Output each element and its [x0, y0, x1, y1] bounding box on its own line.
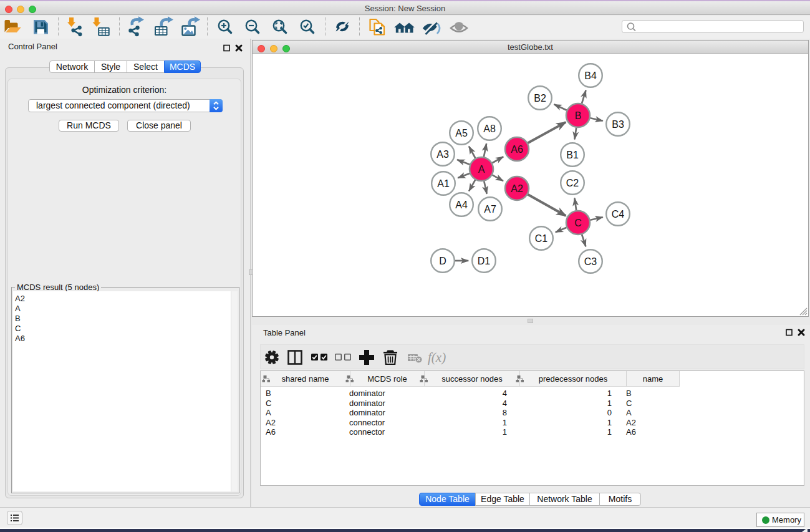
svg-text:A: A [478, 164, 485, 175]
svg-text:C3: C3 [584, 256, 597, 267]
svg-text:A5: A5 [455, 128, 468, 138]
svg-text:B: B [575, 110, 582, 121]
svg-text:D: D [439, 256, 446, 266]
svg-text:B2: B2 [534, 93, 546, 104]
svg-text:C1: C1 [535, 233, 548, 244]
svg-text:A4: A4 [455, 200, 468, 210]
svg-text:f(x): f(x) [428, 350, 446, 365]
svg-text:B4: B4 [584, 70, 597, 81]
svg-text:A1: A1 [437, 178, 450, 189]
svg-text:A6: A6 [511, 144, 523, 155]
svg-text:A2: A2 [511, 183, 523, 194]
svg-text:A3: A3 [436, 149, 449, 160]
svg-text:B1: B1 [566, 150, 579, 160]
svg-text:D1: D1 [478, 256, 491, 266]
svg-text:B3: B3 [612, 119, 624, 130]
svg-text:C2: C2 [566, 178, 579, 188]
svg-text:C4: C4 [612, 209, 625, 220]
svg-text:A8: A8 [483, 123, 496, 134]
svg-text:A7: A7 [484, 204, 496, 215]
svg-text:C: C [574, 218, 582, 228]
